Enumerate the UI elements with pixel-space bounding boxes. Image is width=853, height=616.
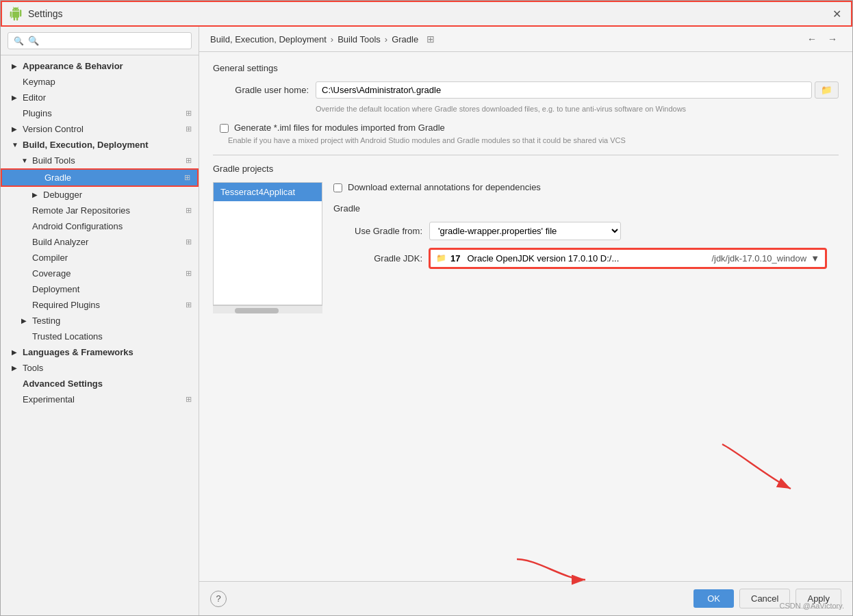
breadcrumb-back-button[interactable]: ← [803, 32, 821, 46]
content-area: General settings Gradle user home: 📁 Ove… [199, 52, 852, 581]
sidebar-item-build-tools[interactable]: ▼ Build Tools ⊞ [1, 153, 199, 168]
gradle-user-home-label: Gradle user home: [213, 85, 309, 95]
sidebar-item-label: Android Configurations [32, 221, 123, 231]
sidebar-item-experimental[interactable]: Experimental ⊞ [1, 392, 199, 407]
sidebar-item-label: Coverage [32, 268, 71, 279]
sidebar-item-trusted-locations[interactable]: Trusted Locations [1, 329, 199, 344]
settings-dialog: Settings ✕ 🔍 ▶ Appearance & Behavior [0, 0, 853, 616]
sidebar-item-coverage[interactable]: Coverage ⊞ [1, 266, 199, 281]
search-icon: 🔍 [14, 36, 24, 46]
sidebar-item-label: Build Tools [32, 155, 75, 166]
right-panel: Build, Execution, Deployment › Build Too… [199, 27, 852, 615]
sidebar-item-label: Appearance & Behavior [23, 61, 123, 71]
sidebar-item-remote-jar[interactable]: Remote Jar Repositories ⊞ [1, 203, 199, 218]
sidebar-item-advanced-settings[interactable]: Advanced Settings [1, 376, 199, 392]
settings-icon: ⊞ [186, 109, 192, 118]
search-input-wrapper: 🔍 [8, 32, 192, 49]
search-input[interactable] [28, 36, 186, 46]
project-list-container: Tesseract4Applicat [213, 182, 322, 313]
sidebar-item-debugger[interactable]: ▶ Debugger [1, 187, 199, 203]
window-title: Settings [28, 8, 63, 19]
folder-browse-button[interactable]: 📁 [815, 81, 839, 99]
sidebar-item-gradle[interactable]: Gradle ⊞ [1, 168, 199, 187]
settings-icon: ⊞ [186, 238, 192, 246]
sidebar-item-tools[interactable]: ▶ Tools [1, 360, 199, 376]
gradle-section-label: Gradle [333, 203, 839, 214]
generate-iml-hint: Enable if you have a mixed project with … [228, 136, 839, 146]
sidebar-item-appearance[interactable]: ▶ Appearance & Behavior [1, 58, 199, 74]
sidebar-item-testing[interactable]: ▶ Testing [1, 313, 199, 329]
breadcrumb-nav: ← → [803, 32, 841, 46]
sidebar-item-compiler[interactable]: Compiler [1, 250, 199, 266]
sidebar-item-label: Debugger [43, 190, 82, 200]
gradle-jdk-row: Gradle JDK: 📁 17 Oracle OpenJDK version … [333, 248, 839, 268]
settings-icon: ⊞ [186, 156, 192, 165]
settings-icon: ⊞ [186, 300, 192, 309]
sidebar-item-version-control[interactable]: ▶ Version Control ⊞ [1, 121, 199, 137]
gradle-user-home-row: Gradle user home: 📁 [213, 81, 839, 99]
settings-icon: ⊞ [184, 173, 190, 182]
sidebar-item-label: Version Control [23, 124, 84, 134]
arrow-icon: ▶ [21, 317, 29, 324]
use-gradle-from-label: Use Gradle from: [333, 226, 422, 236]
sidebar-item-languages[interactable]: ▶ Languages & Frameworks [1, 344, 199, 360]
title-bar-left: Settings [9, 7, 63, 21]
sidebar-item-keymap[interactable]: Keymap [1, 74, 199, 90]
breadcrumb-current: Gradle [392, 34, 418, 44]
generate-iml-row: Generate *.iml files for modules importe… [220, 123, 839, 133]
sidebar-item-label: Build, Execution, Deployment [23, 140, 148, 150]
breadcrumb: Build, Execution, Deployment › Build Too… [199, 27, 852, 52]
close-button[interactable]: ✕ [829, 6, 844, 21]
sidebar-item-label: Plugins [23, 108, 52, 118]
search-bar: 🔍 [1, 27, 199, 55]
sidebar-item-build-analyzer[interactable]: Build Analyzer ⊞ [1, 234, 199, 250]
sidebar-item-label: Trusted Locations [32, 331, 103, 342]
breadcrumb-part2: Build Tools [338, 34, 381, 44]
ok-button[interactable]: OK [693, 589, 734, 608]
gradle-home-hint: Override the default location where Grad… [316, 104, 839, 114]
help-button[interactable]: ? [210, 591, 227, 607]
bottom-bar: ? OK Cancel Apply [199, 581, 852, 615]
gradle-user-home-input[interactable] [316, 81, 812, 99]
sidebar-item-label: Editor [23, 92, 46, 103]
gradle-jdk-select-wrapper: 📁 17 Oracle OpenJDK version 17.0.10 D:/.… [429, 248, 826, 268]
project-list-scrollbar[interactable] [213, 305, 322, 313]
sidebar-item-label: Advanced Settings [23, 378, 103, 389]
arrow-icon: ▶ [12, 125, 20, 133]
sidebar-item-android-config[interactable]: Android Configurations [1, 218, 199, 234]
sidebar-item-build-execution[interactable]: ▼ Build, Execution, Deployment [1, 137, 199, 153]
sidebar-item-label: Gradle [44, 172, 71, 183]
download-annotations-row: Download external annotations for depend… [333, 182, 839, 192]
sidebar-item-plugins[interactable]: Plugins ⊞ [1, 105, 199, 121]
sidebar-item-deployment[interactable]: Deployment [1, 281, 199, 297]
settings-icon: ⊞ [186, 206, 192, 215]
projects-section: Tesseract4Applicat Download external ann… [213, 182, 839, 313]
sidebar-item-editor[interactable]: ▶ Editor [1, 90, 199, 105]
project-item[interactable]: Tesseract4Applicat [214, 183, 322, 201]
use-gradle-from-row: Use Gradle from: 'gradle-wrapper.propert… [333, 222, 839, 240]
download-annotations-checkbox[interactable] [333, 183, 342, 192]
sidebar-item-label: Build Analyzer [32, 237, 88, 247]
sidebar-item-label: Keymap [23, 77, 55, 87]
gradle-user-home-input-wrapper: 📁 [316, 81, 839, 99]
main-content: 🔍 ▶ Appearance & Behavior Keymap ▶ Edito… [1, 27, 852, 615]
breadcrumb-forward-button[interactable]: → [824, 32, 841, 46]
arrow-icon: ▼ [21, 157, 29, 164]
settings-icon: ⊞ [186, 395, 192, 404]
use-gradle-from-select[interactable]: 'gradle-wrapper.properties' file [429, 222, 621, 240]
nav-tree: ▶ Appearance & Behavior Keymap ▶ Editor … [1, 55, 199, 615]
section-divider [213, 155, 839, 155]
gradle-jdk-label: Gradle JDK: [333, 253, 422, 264]
sidebar-item-required-plugins[interactable]: Required Plugins ⊞ [1, 297, 199, 313]
sidebar: 🔍 ▶ Appearance & Behavior Keymap ▶ Edito… [1, 27, 199, 615]
generate-iml-checkbox[interactable] [220, 124, 229, 133]
breadcrumb-part1: Build, Execution, Deployment [210, 34, 327, 44]
sidebar-item-label: Deployment [32, 284, 79, 294]
arrow-icon: ▶ [12, 94, 20, 101]
title-bar: Settings ✕ [1, 1, 852, 27]
breadcrumb-sep2: › [385, 34, 387, 44]
sidebar-item-label: Compiler [32, 253, 68, 263]
arrow-icon: ▶ [32, 191, 40, 198]
arrow-icon: ▶ [12, 364, 20, 372]
sidebar-item-label: Languages & Frameworks [23, 347, 133, 357]
